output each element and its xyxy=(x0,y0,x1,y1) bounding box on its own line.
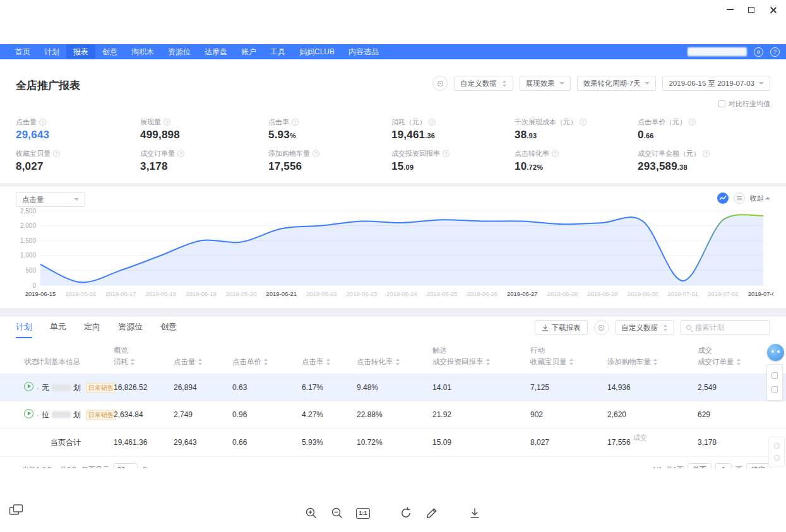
custom-data-dropdown[interactable]: 自定义数据 xyxy=(454,76,513,91)
actual-size-button[interactable]: 1:1 xyxy=(354,504,372,522)
sort-icon[interactable] xyxy=(396,358,400,365)
summary-cost: 19,461.36 xyxy=(114,438,147,447)
column-header-plan-info: 计划基本信息 xyxy=(37,357,80,367)
table-custom-data-dropdown[interactable]: 自定义数据 xyxy=(616,320,675,335)
zoom-out-button[interactable] xyxy=(328,504,346,522)
info-icon[interactable] xyxy=(292,119,299,126)
pagination-bar: 当前1-2条，共2条 每页显示 20 条 1/1 共1页 首页 页 确定 xyxy=(0,459,786,468)
save-button[interactable] xyxy=(466,504,484,522)
summary-ctr: 5.93% xyxy=(302,438,323,447)
info-icon[interactable] xyxy=(177,150,184,157)
line-chart-icon[interactable] xyxy=(717,192,729,204)
per-page-select[interactable]: 20 xyxy=(113,463,138,468)
nav-item-damopan[interactable]: 达摩盘 xyxy=(198,44,234,59)
column-header-roi[interactable]: 成交投资回报率 xyxy=(432,357,491,367)
plan-type-badge: 日常销售 xyxy=(86,410,116,420)
column-header-clicks[interactable]: 点击量 xyxy=(174,357,203,367)
nav-item-mama-club[interactable]: 妈妈CLUB xyxy=(292,44,342,59)
info-icon[interactable] xyxy=(313,150,319,157)
customer-service-mascot-icon[interactable] xyxy=(767,344,784,361)
nav-item-content-select[interactable]: 内容选品 xyxy=(342,44,386,59)
info-icon[interactable] xyxy=(443,150,450,157)
info-icon[interactable] xyxy=(703,150,710,157)
rotate-button[interactable] xyxy=(397,504,415,522)
info-icon[interactable] xyxy=(39,119,46,126)
sort-icon[interactable] xyxy=(264,358,268,365)
sort-icon[interactable] xyxy=(198,358,203,365)
cell-roi: 21.92 xyxy=(432,410,451,419)
group-action: 行动 xyxy=(530,346,545,355)
nav-item-account[interactable]: 账户 xyxy=(234,44,263,59)
table-row[interactable]: · 无 划 日常销售 16,826.52 26,894 0.63 6.17% 9… xyxy=(0,374,786,401)
tab-resource[interactable]: 资源位 xyxy=(118,317,143,338)
column-header-cpc[interactable]: 点击单价 xyxy=(232,357,268,367)
confirm-page-button[interactable]: 确定 xyxy=(746,463,770,468)
info-icon[interactable] xyxy=(580,119,587,126)
chart-metric-dropdown[interactable]: 点击量 xyxy=(16,192,85,207)
column-header-orders[interactable]: 成交订单量 xyxy=(698,357,741,367)
play-status-icon[interactable] xyxy=(24,409,33,418)
minimize-button[interactable] xyxy=(719,1,741,18)
nav-item-report[interactable]: 报表 xyxy=(66,44,95,59)
table-row[interactable]: · 拉 划 日常销售 2,634.84 2,749 0.96 4.27% 22.… xyxy=(0,401,786,429)
sort-icon[interactable] xyxy=(653,358,658,365)
plan-name[interactable]: · 无 划 日常销售 xyxy=(37,382,116,393)
page-jump-input[interactable] xyxy=(715,463,732,468)
info-icon[interactable] xyxy=(53,150,60,157)
download-report-button[interactable]: 下载报表 xyxy=(535,320,588,335)
tab-targeting[interactable]: 定向 xyxy=(84,317,100,338)
sort-icon[interactable] xyxy=(569,358,574,365)
plan-type-badge: 日常销售 xyxy=(86,382,116,393)
floating-side-strip[interactable] xyxy=(768,437,785,467)
table-settings-icon[interactable] xyxy=(594,320,609,335)
column-header-favorites[interactable]: 收藏宝贝量 xyxy=(530,357,574,367)
info-icon[interactable] xyxy=(164,119,170,126)
tab-plan[interactable]: 计划 xyxy=(16,317,32,338)
nav-item-home[interactable]: 首页 xyxy=(8,44,37,59)
tab-creative[interactable]: 创意 xyxy=(160,317,177,338)
table-view-icon[interactable] xyxy=(734,192,745,204)
sort-icon[interactable] xyxy=(486,358,491,365)
column-header-cost[interactable]: 消耗 xyxy=(114,357,135,367)
settings-icon[interactable] xyxy=(432,76,448,91)
filter-bar: 自定义数据 展现效果 效果转化周期·7天 2019-06-15 至 2019-0… xyxy=(432,76,770,91)
edit-button[interactable] xyxy=(423,504,441,522)
info-icon[interactable] xyxy=(429,119,436,126)
svg-text:2019-06-25: 2019-06-25 xyxy=(427,290,458,297)
maximize-button[interactable] xyxy=(741,1,762,18)
nav-item-resource[interactable]: 资源位 xyxy=(161,44,198,59)
conversion-cycle-dropdown[interactable]: 效果转化周期·7天 xyxy=(577,76,657,91)
date-range-picker[interactable]: 2019-06-15 至 2019-07-03 xyxy=(662,76,770,91)
column-header-cart-adds[interactable]: 添加购物车量 xyxy=(607,357,658,367)
svg-text:2019-06-28: 2019-06-28 xyxy=(547,290,578,297)
display-effect-dropdown[interactable]: 展现效果 xyxy=(520,76,571,91)
column-header-ctr[interactable]: 点击率 xyxy=(302,357,331,367)
nav-item-tools[interactable]: 工具 xyxy=(263,44,292,59)
sort-icon[interactable] xyxy=(131,358,135,365)
compare-industry-checkbox[interactable]: 对比行业均值 xyxy=(718,99,770,109)
help-icon[interactable]: ? xyxy=(770,47,780,57)
nav-item-creative[interactable]: 创意 xyxy=(95,44,124,59)
plan-name[interactable]: · 拉 划 日常销售 xyxy=(37,410,116,420)
svg-text:2019-06-29: 2019-06-29 xyxy=(587,290,618,297)
nav-item-plan[interactable]: 计划 xyxy=(37,44,66,59)
service-icon[interactable] xyxy=(754,47,763,57)
info-icon[interactable] xyxy=(552,150,559,157)
summary-label: 当页合计 xyxy=(51,437,81,448)
floating-side-panel[interactable] xyxy=(766,364,783,401)
cell-orders: 629 xyxy=(698,410,710,419)
column-header-cvr[interactable]: 点击转化率 xyxy=(357,357,400,367)
svg-text:0: 0 xyxy=(32,282,36,289)
nav-item-taojimu[interactable]: 淘积木 xyxy=(124,44,161,59)
play-status-icon[interactable] xyxy=(24,382,33,391)
zoom-in-button[interactable] xyxy=(302,504,320,522)
close-button[interactable] xyxy=(762,1,783,18)
first-page-button[interactable]: 首页 xyxy=(688,463,712,468)
info-icon[interactable] xyxy=(689,119,696,126)
sort-icon[interactable] xyxy=(326,358,331,365)
tab-unit[interactable]: 单元 xyxy=(50,317,66,338)
display-effect-label: 展现效果 xyxy=(526,79,555,88)
sort-icon[interactable] xyxy=(737,358,741,365)
search-input[interactable] xyxy=(695,324,765,331)
collapse-button[interactable]: 收起 xyxy=(750,194,770,203)
